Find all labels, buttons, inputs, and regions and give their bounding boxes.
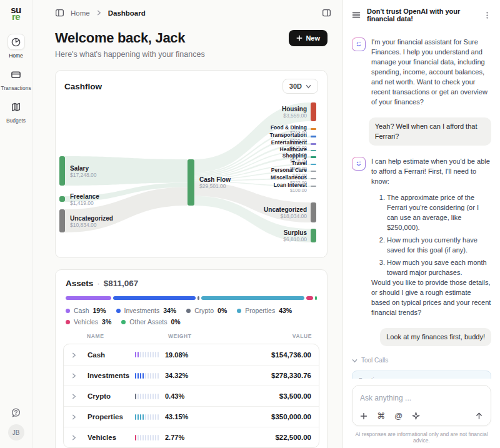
weight-ticks	[135, 414, 159, 420]
sankey-label: Transportation	[269, 132, 307, 138]
allocation-segment-vehicles	[306, 296, 313, 300]
new-button[interactable]: New	[289, 30, 328, 46]
allocation-bar	[66, 296, 317, 300]
allocation-segment-properties	[201, 296, 305, 300]
sidebar-item-transactions[interactable]: Transactions	[1, 66, 31, 91]
sankey-node-loan-interest[interactable]	[311, 186, 316, 187]
row-weight-pct: 2.77%	[165, 434, 184, 441]
chat-messages: I'm your financial assistant for Sure Fi…	[343, 26, 500, 379]
list-item: How much you save each month toward majo…	[387, 258, 491, 278]
tool-calls-toggle[interactable]: Tool Calls	[352, 356, 491, 366]
chevron-down-icon	[306, 84, 311, 89]
sankey-label: Miscellaneous	[271, 174, 307, 181]
assistant-message: I can help estimate when you'd be able t…	[352, 157, 491, 317]
legend-item: Investments34%	[116, 307, 177, 314]
range-select[interactable]: 30D	[282, 79, 318, 94]
weight-ticks	[135, 373, 159, 379]
kebab-menu-icon[interactable]	[483, 11, 491, 19]
chevron-right-icon[interactable]	[71, 349, 88, 361]
sidebar-item-label: Transactions	[1, 85, 31, 91]
allocation-segment-crypto	[198, 296, 199, 300]
sankey-value: $6,810.00	[283, 236, 307, 242]
sparkle-icon[interactable]	[412, 412, 420, 420]
assets-title: Assets	[66, 279, 93, 288]
sankey-label: Travel	[291, 160, 307, 166]
table-row-crypto[interactable]: Crypto0.43%$3,500.00	[64, 386, 319, 406]
numbered-list: The approximate price of the Ferrari you…	[371, 193, 491, 278]
sidebar-item-label: Home	[9, 52, 23, 59]
panel-right-toggle-icon[interactable]	[322, 8, 331, 17]
sankey-value: $100.00	[290, 187, 307, 193]
legend-dot-icon	[66, 320, 70, 324]
assistant-message: I'm your financial assistant for Sure Fi…	[352, 37, 491, 107]
breadcrumb: Home Dashboard	[32, 0, 342, 17]
table-row-investments[interactable]: Investments34.32%$278,330.76	[64, 365, 319, 386]
sankey-value: $29,501.00	[199, 183, 226, 189]
user-message: Yeah? Well when can I afford that Ferrar…	[369, 117, 491, 146]
table-row-cash[interactable]: Cash19.08%$154,736.00	[64, 344, 319, 365]
legend-item: Cash19%	[66, 307, 106, 314]
breadcrumb-current: Dashboard	[108, 9, 146, 17]
sankey-node-entertainment[interactable]	[311, 143, 316, 145]
chevron-right-icon[interactable]	[71, 391, 88, 402]
map-icon	[7, 99, 24, 115]
command-icon[interactable]: ⌘	[377, 412, 385, 420]
row-value: $350,000.00	[229, 413, 311, 421]
sankey-value: $3,559.00	[283, 112, 307, 119]
table-row-properties[interactable]: Properties43.15%$350,000.00	[64, 406, 319, 427]
chevron-right-icon[interactable]	[71, 370, 88, 381]
sankey-node-food-dining[interactable]	[311, 128, 316, 130]
sankey-node-housing[interactable]	[311, 102, 316, 121]
legend-dot-icon	[121, 320, 126, 324]
main-content: Home Dashboard Welcome back, Jack Here's…	[32, 0, 342, 448]
sankey-label: Uncategorized	[264, 206, 307, 213]
send-icon[interactable]	[475, 412, 483, 420]
sankey-node-uncategorized-in[interactable]	[59, 209, 65, 232]
sidebar-item-budgets[interactable]: Budgets	[6, 99, 26, 124]
sankey-node-uncategorized-out[interactable]	[311, 202, 316, 222]
chevron-right-icon[interactable]	[71, 411, 88, 422]
credit-card-icon	[8, 66, 25, 82]
table-row-vehicles[interactable]: Vehicles2.77%$22,500.00	[64, 427, 319, 447]
sankey-node-shopping[interactable]	[311, 156, 316, 158]
breadcrumb-home[interactable]: Home	[71, 9, 90, 17]
sidebar-item-home[interactable]: Home	[8, 34, 25, 59]
chevron-right-icon[interactable]	[71, 432, 88, 443]
assets-table-header: NAME WEIGHT VALUE	[63, 333, 319, 344]
sankey-label: Loan Interest	[274, 182, 308, 188]
sankey-label: Housing	[282, 106, 307, 112]
sankey-node-surplus[interactable]	[311, 229, 316, 242]
app-logo[interactable]: su re	[11, 6, 21, 20]
sankey-node-cash-flow[interactable]	[188, 159, 194, 206]
legend-dot-icon	[186, 309, 191, 313]
menu-icon[interactable]	[352, 11, 361, 19]
attach-plus-icon[interactable]	[360, 412, 368, 420]
assets-table: Cash19.08%$154,736.00Investments34.32%$2…	[63, 344, 319, 448]
row-value: $154,736.00	[229, 351, 311, 359]
allocation-legend: Cash19%Investments34%Crypto0%Properties4…	[56, 300, 327, 326]
ai-disclaimer: AI responses are informational only and …	[349, 431, 494, 444]
sankey-node-healthcare[interactable]	[311, 150, 316, 151]
help-button[interactable]	[11, 407, 21, 418]
assistant-avatar-icon	[352, 157, 366, 171]
sankey-value: $10,834.00	[70, 222, 97, 228]
sankey-node-transportation[interactable]	[311, 136, 316, 137]
sankey-label: Personal Care	[271, 167, 307, 173]
chat-input[interactable]	[360, 394, 483, 402]
sankey-node-salary[interactable]	[59, 156, 65, 186]
panel-left-toggle-icon[interactable]	[55, 8, 64, 17]
sankey-node-personal-care[interactable]	[311, 171, 316, 172]
row-weight-pct: 0.43%	[165, 392, 184, 400]
user-avatar[interactable]: JB	[8, 424, 24, 441]
at-mention-icon[interactable]: @	[394, 412, 402, 420]
row-value: $22,500.00	[229, 434, 311, 441]
sidebar-item-label: Budgets	[6, 117, 26, 124]
weight-ticks	[135, 352, 159, 357]
pie-chart-icon	[8, 34, 25, 50]
sankey-node-miscellaneous[interactable]	[311, 178, 316, 179]
logo-line-2: re	[11, 13, 21, 20]
chevron-down-icon	[352, 358, 358, 364]
sankey-node-travel[interactable]	[311, 164, 316, 165]
legend-dot-icon	[116, 309, 121, 313]
sankey-node-freelance[interactable]	[59, 196, 65, 202]
